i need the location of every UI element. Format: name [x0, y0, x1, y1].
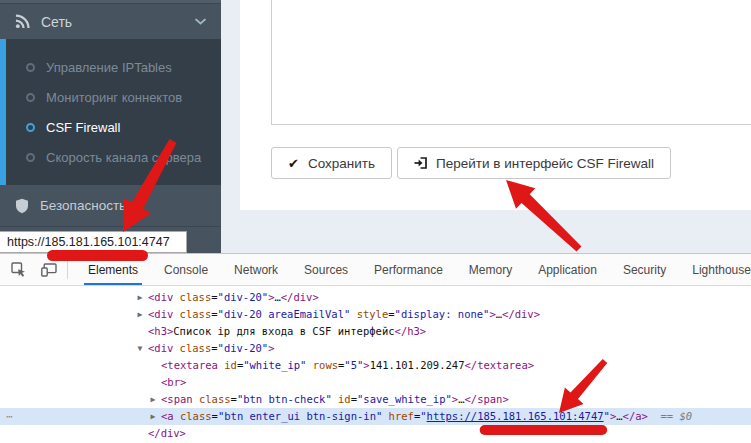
more-actions-icon[interactable]: ⋯	[6, 408, 13, 425]
dom-tree-node[interactable]: ▶<div class="div-20 areaEmailVal" style=…	[0, 306, 751, 323]
tab-application[interactable]: Application	[525, 254, 610, 285]
href-link-value[interactable]: https://185.181.165.101:4747	[427, 410, 604, 422]
dom-tree-node[interactable]: <h3>Список ip для входа в CSF интерфейс<…	[0, 323, 751, 340]
content-panel: ✔ Сохранить Перейти в интерфейс CSF Fire…	[240, 0, 751, 210]
sidebar-item-iptables[interactable]: Управление IPTables	[0, 52, 221, 82]
sidebar-submenu: Управление IPTables Мониторинг коннектов…	[0, 39, 221, 185]
sidebar-item-label: Управление IPTables	[46, 60, 172, 75]
sidebar-item-connections-monitor[interactable]: Мониторинг коннектов	[0, 82, 221, 112]
rss-icon	[15, 14, 30, 29]
dom-tree-node[interactable]: </div>	[0, 425, 751, 442]
disclosure-arrow-icon[interactable]: ▶	[134, 306, 146, 323]
dom-tree-node[interactable]: ▶<div class="div-20">…</div>	[0, 289, 751, 306]
whitelist-textarea[interactable]	[271, 0, 751, 125]
sidebar-security-label: Безопасность	[40, 198, 126, 213]
dom-tree-node[interactable]: <br>	[0, 374, 751, 391]
disclosure-arrow-icon[interactable]: ▶	[147, 391, 159, 408]
tab-network[interactable]: Network	[221, 254, 291, 285]
status-url-tooltip: https://185.181.165.101:4747	[0, 231, 187, 253]
save-button[interactable]: ✔ Сохранить	[271, 147, 392, 179]
devtools-toolbar: Elements Console Network Sources Perform…	[0, 254, 751, 286]
dom-tree-node[interactable]: ▶<span class="btn btn-check" id="save_wh…	[0, 391, 751, 408]
sidebar-item-channel-speed[interactable]: Скорость канала сервера	[0, 142, 221, 172]
sidebar-network-label: Сеть	[41, 14, 72, 30]
disclosure-arrow-icon[interactable]: ▼	[134, 340, 146, 357]
bullet-icon	[26, 153, 35, 162]
screen: ✔ Сохранить Перейти в интерфейс CSF Fire…	[0, 0, 751, 443]
dom-tree: ▶<div class="div-20">…</div>▶<div class=…	[0, 286, 751, 442]
sidebar-item-label: Мониторинг коннектов	[46, 90, 182, 105]
tab-performance[interactable]: Performance	[361, 254, 456, 285]
tab-console[interactable]: Console	[151, 254, 221, 285]
sidebar-item-label: Скорость канала сервера	[46, 150, 201, 165]
button-row: ✔ Сохранить Перейти в интерфейс CSF Fire…	[271, 147, 671, 179]
dom-tree-node[interactable]: <textarea id="white_ip" rows="5">141.101…	[0, 357, 751, 374]
disclosure-arrow-icon[interactable]: ▶	[147, 408, 159, 425]
chevron-down-icon	[195, 18, 206, 25]
tab-security[interactable]: Security	[610, 254, 679, 285]
sidebar-item-network[interactable]: Сеть	[0, 4, 221, 39]
bullet-icon	[26, 93, 35, 102]
disclosure-arrow-icon[interactable]: ▶	[134, 289, 146, 306]
goto-csf-button-label: Перейти в интерфейс CSF Firewall	[436, 156, 654, 171]
sidebar-item-security[interactable]: Безопасность	[0, 185, 221, 227]
toolbar-separator	[67, 261, 68, 279]
tab-memory[interactable]: Memory	[456, 254, 525, 285]
tab-lighthouse[interactable]: Lighthouse	[679, 254, 751, 285]
shield-icon	[15, 198, 29, 214]
device-toolbar-icon[interactable]	[36, 257, 62, 283]
tab-elements[interactable]: Elements	[75, 254, 151, 285]
tab-sources[interactable]: Sources	[291, 254, 361, 285]
sign-in-icon	[414, 157, 427, 169]
bullet-icon	[26, 123, 35, 132]
dom-tree-node[interactable]: ▼<div class="div-20">	[0, 340, 751, 357]
goto-csf-button[interactable]: Перейти в интерфейс CSF Firewall	[397, 147, 671, 179]
devtools-panel: Elements Console Network Sources Perform…	[0, 253, 751, 443]
check-icon: ✔	[288, 157, 299, 170]
dom-tree-node-selected[interactable]: ▶⋯<a class="btn enter_ui btn-sign-in" hr…	[0, 408, 751, 425]
save-button-label: Сохранить	[308, 156, 375, 171]
inspect-icon[interactable]	[5, 257, 31, 283]
sidebar: Сеть Управление IPTables Мониторинг конн…	[0, 0, 221, 253]
sidebar-item-csf-firewall[interactable]: CSF Firewall	[0, 112, 221, 142]
sidebar-item-label: CSF Firewall	[46, 120, 120, 135]
bullet-icon	[26, 63, 35, 72]
